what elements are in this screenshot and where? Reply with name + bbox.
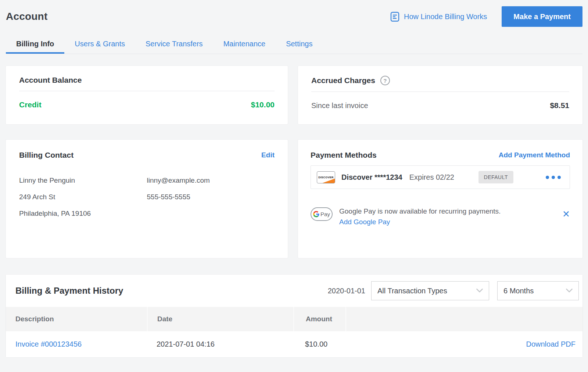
account-tabs: Billing Info Users & Grants Service Tran… bbox=[6, 35, 582, 54]
divider bbox=[19, 91, 275, 91]
google-pay-text: Google Pay is now available for recurrin… bbox=[339, 207, 501, 226]
account-balance-title: Account Balance bbox=[19, 76, 275, 85]
invoice-action-cell: Download PDF bbox=[345, 340, 582, 348]
contact-phone: 555-555-5555 bbox=[147, 193, 275, 201]
card-number-label: Discover ****1234 bbox=[341, 173, 402, 182]
topbar: Account How Linode Billing Works Make a … bbox=[6, 0, 582, 27]
google-g-icon bbox=[313, 211, 319, 217]
tab-users-grants[interactable]: Users & Grants bbox=[64, 35, 135, 54]
tab-maintenance[interactable]: Maintenance bbox=[213, 35, 276, 54]
google-pay-message: Google Pay is now available for recurrin… bbox=[339, 207, 501, 215]
billing-contact-details: Linny the Penguin 249 Arch St Philadelph… bbox=[19, 176, 275, 218]
payment-methods-card: Payment Methods Add Payment Method DISCO… bbox=[298, 140, 582, 258]
column-header-description: Description bbox=[6, 307, 147, 331]
chevron-down-icon bbox=[476, 287, 483, 294]
date-range-select[interactable]: 6 Months bbox=[497, 281, 579, 300]
card-expiry-label: Expires 02/22 bbox=[409, 173, 454, 182]
billing-history-panel: Billing & Payment History 2020-01-01 All… bbox=[6, 275, 582, 357]
chevron-down-icon bbox=[566, 287, 573, 294]
edit-billing-contact-link[interactable]: Edit bbox=[261, 151, 275, 159]
history-table-header: Description Date Amount bbox=[6, 307, 582, 331]
accrued-charges-amount: $8.51 bbox=[550, 101, 569, 110]
accrued-charges-row: Since last invoice $8.51 bbox=[311, 101, 569, 110]
help-icon[interactable] bbox=[380, 76, 390, 85]
contact-street: 249 Arch St bbox=[19, 193, 147, 201]
payment-method-row: DISCOVER Discover ****1234 Expires 02/22… bbox=[311, 165, 570, 189]
column-header-amount: Amount bbox=[293, 307, 345, 331]
contact-email: linny@example.com bbox=[147, 176, 275, 185]
balance-amount: $10.00 bbox=[251, 100, 275, 109]
page-title: Account bbox=[6, 11, 47, 22]
contact-city: Philadelphia, PA 19106 bbox=[19, 210, 147, 218]
column-header-actions bbox=[345, 307, 582, 331]
discover-card-icon: DISCOVER bbox=[317, 171, 335, 183]
google-pay-logo-text: Pay bbox=[320, 211, 330, 217]
billing-history-title: Billing & Payment History bbox=[15, 286, 328, 296]
google-pay-icon: Pay bbox=[311, 207, 333, 221]
contact-comms-column: linny@example.com 555-555-5555 bbox=[147, 176, 275, 218]
add-google-pay-link[interactable]: Add Google Pay bbox=[339, 218, 501, 226]
card-actions-menu-icon[interactable] bbox=[546, 176, 561, 179]
topbar-actions: How Linode Billing Works Make a Payment bbox=[390, 6, 582, 27]
history-start-date: 2020-01-01 bbox=[328, 287, 365, 295]
tab-billing-info[interactable]: Billing Info bbox=[6, 35, 64, 54]
account-balance-row: Credit $10.00 bbox=[19, 100, 275, 109]
discover-logo-text: DISCOVER bbox=[318, 176, 334, 179]
billing-contact-head: Billing Contact Edit bbox=[19, 151, 275, 160]
tab-settings[interactable]: Settings bbox=[276, 35, 323, 54]
transaction-type-value: All Transaction Types bbox=[377, 287, 447, 295]
summary-grid: Account Balance Credit $10.00 Accrued Ch… bbox=[6, 66, 582, 258]
add-payment-method-link[interactable]: Add Payment Method bbox=[499, 151, 570, 159]
billing-history-header: Billing & Payment History 2020-01-01 All… bbox=[6, 275, 582, 307]
close-icon[interactable] bbox=[562, 210, 570, 219]
billing-contact-card: Billing Contact Edit Linny the Penguin 2… bbox=[6, 140, 288, 258]
contact-address-column: Linny the Penguin 249 Arch St Philadelph… bbox=[19, 176, 147, 218]
balance-status-label: Credit bbox=[19, 100, 42, 109]
accrued-charges-card: Accrued Charges Since last invoice $8.51 bbox=[298, 66, 582, 124]
invoice-date-cell: 2021-07-01 04:16 bbox=[147, 340, 293, 348]
default-badge: DEFAULT bbox=[478, 171, 513, 183]
accrued-charges-title-row: Accrued Charges bbox=[311, 76, 569, 85]
invoice-amount-cell: $10.00 bbox=[293, 340, 345, 348]
billing-contact-title: Billing Contact bbox=[19, 151, 74, 160]
download-pdf-link[interactable]: Download PDF bbox=[526, 340, 576, 348]
transaction-type-select[interactable]: All Transaction Types bbox=[371, 281, 489, 300]
invoice-cell: Invoice #000123456 bbox=[6, 340, 147, 348]
payment-methods-head: Payment Methods Add Payment Method bbox=[311, 151, 570, 160]
accrued-charges-title: Accrued Charges bbox=[311, 76, 375, 85]
date-range-value: 6 Months bbox=[503, 287, 534, 295]
divider bbox=[311, 92, 569, 92]
account-balance-card: Account Balance Credit $10.00 bbox=[6, 66, 288, 124]
invoice-link[interactable]: Invoice #000123456 bbox=[15, 340, 82, 348]
document-icon bbox=[390, 11, 399, 22]
make-payment-button[interactable]: Make a Payment bbox=[502, 6, 582, 27]
how-billing-works-link[interactable]: How Linode Billing Works bbox=[390, 11, 487, 22]
tab-service-transfers[interactable]: Service Transfers bbox=[135, 35, 213, 54]
accrued-charges-label: Since last invoice bbox=[311, 101, 368, 110]
column-header-date: Date bbox=[147, 307, 293, 331]
payment-methods-title: Payment Methods bbox=[311, 151, 377, 160]
how-billing-works-label: How Linode Billing Works bbox=[404, 12, 487, 21]
google-pay-banner: Pay Google Pay is now available for recu… bbox=[311, 207, 570, 226]
account-billing-page: Account How Linode Billing Works Make a … bbox=[0, 0, 588, 357]
contact-name: Linny the Penguin bbox=[19, 176, 147, 185]
discover-swoosh bbox=[322, 179, 335, 183]
table-row: Invoice #000123456 2021-07-01 04:16 $10.… bbox=[6, 331, 582, 357]
